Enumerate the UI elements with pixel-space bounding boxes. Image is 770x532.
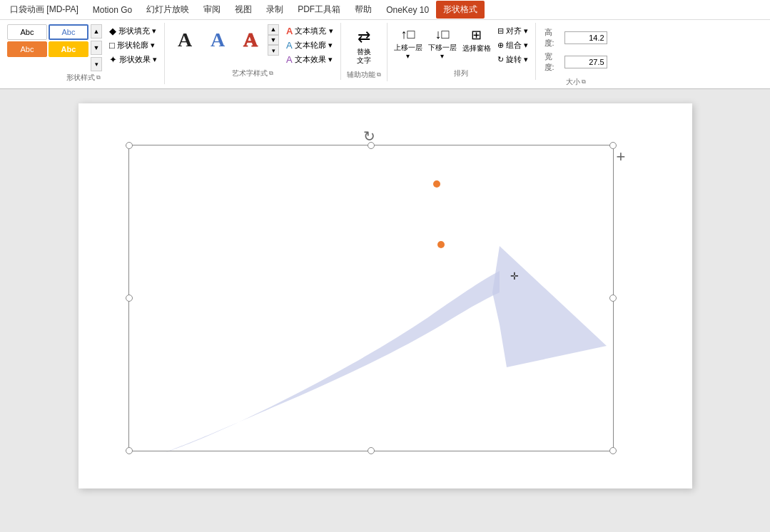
shape-style-label-3: Abc bbox=[21, 45, 34, 53]
shape-fill-icon: ◆ bbox=[109, 26, 116, 36]
adjustment-dot-1[interactable] bbox=[433, 180, 440, 188]
shape-style-scroll-up[interactable]: ▲ bbox=[91, 24, 102, 39]
shape-style-btn-1[interactable]: Abc bbox=[7, 24, 47, 40]
menu-record[interactable]: 录制 bbox=[259, 1, 290, 19]
group-icon: ⊕ bbox=[497, 41, 504, 50]
size-expand-icon: ⧉ bbox=[582, 78, 586, 86]
size-group-label[interactable]: 大小 ⧉ bbox=[566, 76, 586, 87]
ribbon-content: Abc Abc Abc Abc bbox=[0, 23, 770, 88]
move-down-btn[interactable]: ↓□ 下移一层 ▾ bbox=[426, 24, 459, 66]
menu-slideshow[interactable]: 幻灯片放映 bbox=[139, 1, 196, 19]
canvas-area[interactable]: ↻ + ✛ bbox=[0, 89, 770, 532]
shape-fill-btn[interactable]: ◆ 形状填充 ▾ bbox=[106, 24, 160, 38]
body-area: ↻ + ✛ bbox=[0, 89, 770, 532]
replace-text-icon: ⇄ bbox=[358, 28, 370, 46]
text-fill-icon: A bbox=[286, 26, 293, 36]
width-label: 宽度: bbox=[544, 51, 562, 73]
menu-help[interactable]: 帮助 bbox=[348, 1, 379, 19]
handle-bottom-center[interactable] bbox=[368, 447, 375, 454]
select-pane-icon: ⊞ bbox=[471, 27, 482, 43]
art-text-options: A 文本填充 ▾ A 文本轮廓 ▾ A 文本效果 ▾ bbox=[280, 24, 335, 66]
size-label-text: 大小 bbox=[566, 77, 580, 87]
art-text-scroll-down[interactable]: ▼ bbox=[268, 35, 279, 46]
arrange-group-label[interactable]: 排列 bbox=[454, 67, 468, 78]
aux-top: ⇄ 替换文字 bbox=[345, 24, 383, 68]
menu-pocket-animation[interactable]: 口袋动画 [MD-PA] bbox=[3, 1, 86, 19]
shape-style-scroll-expand[interactable]: ▾ bbox=[91, 57, 102, 71]
menu-shape-format[interactable]: 形状格式 bbox=[436, 1, 485, 19]
shape-style-scroll-down[interactable]: ▼ bbox=[91, 41, 102, 55]
text-fill-label: 文本填充 ▾ bbox=[295, 26, 333, 36]
shape-style-btn-2[interactable]: Abc bbox=[49, 24, 88, 40]
arrange-top: ↑□ 上移一层 ▾ ↓□ 下移一层 ▾ ⊞ 选择窗格 ⊟ 对齐 ▾ bbox=[392, 24, 531, 67]
menu-onekey[interactable]: OneKey 10 bbox=[379, 2, 436, 18]
shape-styles-group-label[interactable]: 形状样式 ⧉ bbox=[66, 71, 101, 83]
text-fill-btn[interactable]: A 文本填充 ▾ bbox=[283, 24, 335, 38]
replace-text-label: 替换文字 bbox=[357, 48, 371, 65]
width-row: 宽度: bbox=[544, 51, 607, 73]
ribbon-group-shape-styles: Abc Abc Abc Abc bbox=[3, 23, 165, 84]
shape-outline-icon: □ bbox=[109, 40, 115, 51]
rotate-label: 旋转 ▾ bbox=[506, 54, 528, 65]
menu-motion-go[interactable]: Motion Go bbox=[86, 2, 139, 18]
handle-top-right[interactable] bbox=[609, 142, 617, 149]
move-up-label: 上移一层 ▾ bbox=[393, 44, 423, 61]
shape-styles-top: Abc Abc Abc Abc bbox=[7, 24, 160, 71]
handle-bottom-right[interactable] bbox=[609, 447, 617, 454]
shape-options: ◆ 形状填充 ▾ □ 形状轮廓 ▾ ✦ 形状效果 ▾ bbox=[103, 24, 160, 66]
rotate-handle[interactable]: ↻ bbox=[363, 128, 375, 139]
height-input[interactable] bbox=[564, 31, 607, 44]
art-letter-red[interactable]: A bbox=[235, 24, 266, 56]
ribbon-group-size: 高度: 宽度: 大小 ⧉ bbox=[536, 23, 616, 88]
shape-effect-btn[interactable]: ✦ 形状效果 ▾ bbox=[106, 53, 160, 66]
aux-label-text: 辅助功能 bbox=[347, 70, 375, 80]
art-text-group-label[interactable]: 艺术字样式 ⧉ bbox=[232, 67, 273, 78]
art-text-top: A A A ▲ ▼ ▾ A 文本填充 ▾ bbox=[169, 24, 335, 67]
adjustment-dot-2[interactable] bbox=[437, 241, 445, 248]
shape-style-row-1: Abc Abc bbox=[7, 24, 88, 40]
shape-style-btn-4[interactable]: Abc bbox=[49, 41, 88, 57]
art-text-scroll-up[interactable]: ▲ bbox=[268, 24, 279, 35]
menu-review[interactable]: 审阅 bbox=[196, 1, 228, 19]
rotate-icon: ↻ bbox=[497, 55, 504, 64]
menu-view[interactable]: 视图 bbox=[228, 1, 259, 19]
menu-pdf[interactable]: PDF工具箱 bbox=[290, 1, 348, 19]
text-effect-btn[interactable]: A 文本效果 ▾ bbox=[283, 53, 335, 66]
select-pane-label: 选择窗格 bbox=[462, 44, 491, 53]
group-btn[interactable]: ⊕ 组合 ▾ bbox=[495, 39, 531, 52]
rotate-btn[interactable]: ↻ 旋转 ▾ bbox=[495, 53, 531, 66]
text-effect-label: 文本效果 ▾ bbox=[295, 54, 333, 65]
handle-mid-right[interactable] bbox=[609, 295, 617, 302]
move-down-icon: ↓□ bbox=[435, 27, 450, 42]
slide-canvas[interactable]: ↻ + ✛ bbox=[78, 103, 692, 488]
shape-outline-btn[interactable]: □ 形状轮廓 ▾ bbox=[106, 39, 160, 52]
text-outline-icon: A bbox=[286, 40, 293, 51]
size-controls: 高度: 宽度: bbox=[540, 24, 612, 76]
shape-style-btn-3[interactable]: Abc bbox=[7, 41, 47, 57]
text-outline-btn[interactable]: A 文本轮廓 ▾ bbox=[283, 39, 335, 52]
replace-text-btn[interactable]: ⇄ 替换文字 bbox=[345, 24, 383, 68]
shape-style-label-4: Abc bbox=[61, 45, 76, 53]
shape-style-buttons: Abc Abc Abc Abc bbox=[7, 24, 88, 57]
text-outline-label: 文本轮廓 ▾ bbox=[295, 40, 333, 51]
select-pane-btn[interactable]: ⊞ 选择窗格 bbox=[460, 24, 493, 66]
height-label: 高度: bbox=[544, 27, 562, 48]
align-btn[interactable]: ⊟ 对齐 ▾ bbox=[495, 24, 531, 38]
move-up-btn[interactable]: ↑□ 上移一层 ▾ bbox=[392, 24, 425, 66]
handle-bottom-left[interactable] bbox=[126, 447, 133, 454]
width-input[interactable] bbox=[564, 56, 607, 68]
handle-mid-left[interactable] bbox=[126, 295, 133, 302]
shape-outline-label: 形状轮廓 ▾ bbox=[117, 40, 155, 51]
aux-group-label[interactable]: 辅助功能 ⧉ bbox=[347, 68, 381, 80]
handle-top-left[interactable] bbox=[126, 142, 133, 149]
art-text-scroll-expand[interactable]: ▾ bbox=[268, 45, 279, 56]
shape-style-scroll: ▲ ▼ ▾ bbox=[91, 24, 102, 71]
plus-handle[interactable]: + bbox=[617, 148, 626, 166]
shape-effect-label: 形状效果 ▾ bbox=[119, 54, 157, 65]
align-label: 对齐 ▾ bbox=[506, 26, 528, 36]
selection-box bbox=[128, 145, 614, 451]
shape-effect-icon: ✦ bbox=[109, 54, 117, 65]
shape-styles-label-text: 形状样式 bbox=[66, 73, 95, 83]
art-letter-blue[interactable]: A bbox=[202, 24, 233, 56]
art-letter-black[interactable]: A bbox=[169, 24, 201, 56]
